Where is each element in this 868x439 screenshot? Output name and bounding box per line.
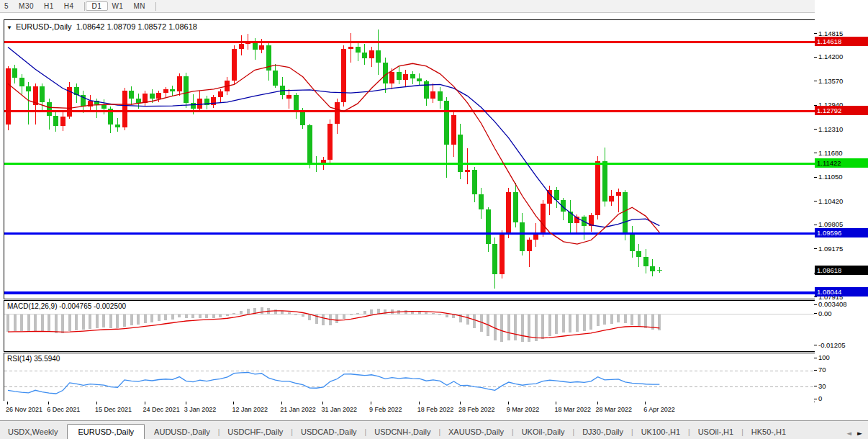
macd-tick-label: 0.003408 bbox=[818, 300, 847, 308]
price-tick-mark bbox=[814, 81, 817, 81]
macd-bar bbox=[404, 310, 407, 314]
price-tick-label: 1.12310 bbox=[818, 125, 843, 133]
rsi-value: 35.5940 bbox=[34, 355, 60, 363]
main-chart-panel[interactable] bbox=[4, 19, 815, 299]
chart-ohlc-values: 1.08642 1.08709 1.08572 1.08618 bbox=[76, 22, 197, 31]
macd-tick-label: -0.01205 bbox=[818, 341, 846, 349]
candle-bear bbox=[115, 125, 120, 128]
candle-bear bbox=[383, 63, 388, 83]
candle-bull bbox=[327, 124, 333, 160]
timeframe-button-W1[interactable]: W1 bbox=[105, 1, 130, 11]
candle-bear bbox=[12, 68, 17, 78]
price-level-badge: 1.14618 bbox=[815, 37, 868, 46]
macd-bar bbox=[583, 314, 586, 331]
macd-bar bbox=[164, 314, 167, 320]
candle-bear bbox=[397, 72, 402, 80]
macd-bar bbox=[548, 314, 551, 336]
macd-bar bbox=[48, 314, 50, 332]
price-tick-mark bbox=[814, 33, 817, 34]
macd-bar bbox=[158, 314, 161, 322]
chevron-down-icon[interactable]: ▼ bbox=[6, 24, 12, 31]
rsi-tick-label: 0 bbox=[818, 394, 822, 402]
candle-bear bbox=[650, 266, 655, 271]
candle-bull bbox=[211, 97, 216, 105]
timeframe-button-H4[interactable]: H4 bbox=[58, 1, 81, 11]
candle-bear bbox=[424, 81, 429, 99]
macd-bar bbox=[569, 314, 571, 332]
tab-hk50-h1[interactable]: HK50-,H1 bbox=[743, 425, 794, 439]
macd-bar bbox=[144, 314, 147, 323]
candle-bear bbox=[492, 244, 497, 274]
candle-bear bbox=[438, 91, 443, 101]
price-tick-mark bbox=[814, 248, 817, 249]
macd-bar bbox=[603, 314, 606, 325]
macd-bar bbox=[171, 314, 174, 320]
macd-tick-mark bbox=[814, 345, 817, 345]
date-label: 9 Mar 2022 bbox=[507, 406, 540, 413]
macd-values: -0.004765 -0.002500 bbox=[59, 302, 126, 310]
date-tick-mark bbox=[508, 402, 509, 404]
tab-usoil-h1[interactable]: USOil-,H1 bbox=[690, 425, 742, 439]
macd-bar bbox=[446, 314, 448, 318]
tab-eurusd-daily[interactable]: EURUSD-,Daily bbox=[67, 424, 145, 439]
tab-xauusd-daily[interactable]: XAUUSD-,Daily bbox=[440, 425, 512, 439]
ma-fast-line bbox=[8, 63, 659, 244]
candle-bear bbox=[636, 251, 641, 256]
rsi-indicator-panel[interactable] bbox=[4, 353, 815, 402]
tab-scroll-left-icon[interactable]: ◄ bbox=[846, 430, 851, 437]
macd-bar bbox=[350, 314, 353, 316]
candle-bear bbox=[513, 192, 518, 222]
price-tick-mark bbox=[814, 153, 817, 153]
tab-usdchf-daily[interactable]: USDCHF-,Daily bbox=[220, 425, 291, 439]
timeframe-button-M30[interactable]: M30 bbox=[12, 1, 40, 11]
macd-bar bbox=[335, 314, 338, 324]
candle-bear bbox=[129, 91, 134, 99]
rsi-chart[interactable] bbox=[4, 353, 815, 402]
macd-bar bbox=[191, 314, 194, 319]
date-label: 24 Dec 2021 bbox=[143, 406, 180, 413]
tab-audusd-daily[interactable]: AUDUSD-,Daily bbox=[146, 425, 218, 439]
candle-bull bbox=[286, 95, 291, 99]
tab-usdcad-daily[interactable]: USDCAD-,Daily bbox=[293, 425, 365, 439]
tab-usdcnh-daily[interactable]: USDCNH-,Daily bbox=[366, 425, 438, 439]
candlestick-series bbox=[6, 30, 662, 289]
candle-bear bbox=[47, 102, 52, 116]
macd-histogram bbox=[6, 307, 661, 342]
time-axis[interactable]: 26 Nov 20216 Dec 202115 Dec 202124 Dec 2… bbox=[0, 401, 814, 420]
candle-bear bbox=[623, 192, 628, 232]
candle-bear bbox=[458, 135, 463, 172]
macd-bar bbox=[630, 314, 633, 325]
chart-tabs: USDX,WeeklyEURUSD-,DailyAUDUSD-,Daily|US… bbox=[0, 423, 794, 439]
tab-scroll-right-icon[interactable]: ► bbox=[857, 430, 862, 437]
price-axis[interactable]: 1.148151.142001.135701.129401.123101.116… bbox=[815, 0, 868, 420]
macd-bar bbox=[507, 314, 510, 340]
candlestick-chart[interactable] bbox=[4, 20, 815, 299]
candle-bull bbox=[232, 49, 237, 80]
chart-symbol-label: EURUSD-,Daily bbox=[16, 22, 72, 31]
tab-usdx-weekly[interactable]: USDX,Weekly bbox=[0, 425, 65, 439]
candle-bull bbox=[389, 72, 394, 83]
macd-bar bbox=[89, 314, 91, 329]
candle-bear bbox=[630, 232, 635, 252]
price-tick-label: 1.09175 bbox=[818, 245, 843, 253]
price-tick-label: 1.09805 bbox=[818, 220, 843, 228]
tab-uk100-h1[interactable]: UK100-,H1 bbox=[633, 425, 688, 439]
timeframe-button-MN[interactable]: MN bbox=[127, 1, 152, 11]
macd-bar bbox=[322, 314, 325, 326]
candle-bear bbox=[300, 110, 305, 125]
rsi-tick-mark bbox=[814, 358, 817, 358]
tab-dj30-daily[interactable]: DJ30-,Daily bbox=[574, 425, 631, 439]
candle-bull bbox=[259, 45, 264, 50]
candle-bear bbox=[643, 257, 648, 267]
macd-name: MACD(12,26,9) bbox=[7, 302, 57, 310]
rsi-tick-mark bbox=[814, 386, 817, 386]
price-level-badge: 1.12792 bbox=[815, 106, 868, 115]
price-tick-mark bbox=[814, 129, 817, 130]
tab-ukoil-daily[interactable]: UKOil-,Daily bbox=[514, 425, 573, 439]
rsi-line bbox=[8, 372, 659, 393]
rsi-name: RSI(14) bbox=[7, 355, 32, 363]
macd-bar bbox=[20, 314, 23, 332]
date-tick-mark bbox=[419, 402, 420, 404]
candle-bull bbox=[341, 49, 346, 102]
date-label: 21 Jan 2022 bbox=[280, 406, 316, 413]
